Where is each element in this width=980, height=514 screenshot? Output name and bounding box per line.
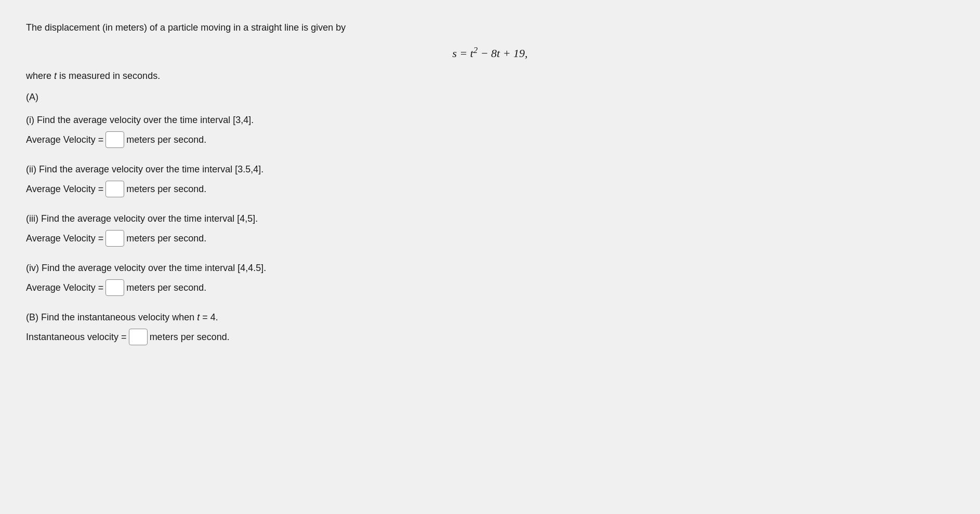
answer-iv-line: Average Velocity = meters per second. — [26, 279, 954, 296]
question-i: (i) Find the average velocity over the t… — [26, 113, 954, 148]
formula-container: s = t2 − 8t + 19, — [26, 45, 954, 60]
answer-i-prefix: Average Velocity = — [26, 133, 103, 147]
variable-t: t — [54, 71, 57, 81]
answer-iii-prefix: Average Velocity = — [26, 232, 103, 246]
section-a-label: (A) — [26, 92, 954, 103]
answer-iii-suffix: meters per second. — [126, 232, 206, 246]
question-b: (B) Find the instantaneous velocity when… — [26, 310, 954, 345]
question-iv-text: (iv) Find the average velocity over the … — [26, 261, 954, 275]
answer-i-suffix: meters per second. — [126, 133, 206, 147]
formula: s = t2 − 8t + 19, — [452, 47, 527, 60]
answer-i-line: Average Velocity = meters per second. — [26, 131, 954, 148]
answer-i-input[interactable] — [105, 131, 124, 148]
where-text: where t is measured in seconds. — [26, 71, 954, 82]
question-i-text: (i) Find the average velocity over the t… — [26, 113, 954, 127]
answer-iv-input[interactable] — [105, 279, 124, 296]
answer-b-suffix: meters per second. — [150, 330, 230, 344]
question-ii-text: (ii) Find the average velocity over the … — [26, 163, 954, 177]
answer-ii-line: Average Velocity = meters per second. — [26, 181, 954, 197]
intro-text: The displacement (in meters) of a partic… — [26, 21, 954, 35]
answer-ii-suffix: meters per second. — [126, 182, 206, 196]
question-iii-text: (iii) Find the average velocity over the… — [26, 212, 954, 226]
answer-iii-input[interactable] — [105, 230, 124, 247]
answer-iv-suffix: meters per second. — [126, 281, 206, 295]
question-iii: (iii) Find the average velocity over the… — [26, 212, 954, 247]
question-ii: (ii) Find the average velocity over the … — [26, 163, 954, 197]
answer-ii-prefix: Average Velocity = — [26, 182, 103, 196]
answer-iv-prefix: Average Velocity = — [26, 281, 103, 295]
question-b-text: (B) Find the instantaneous velocity when… — [26, 310, 954, 324]
answer-b-input[interactable] — [129, 329, 148, 345]
question-iv: (iv) Find the average velocity over the … — [26, 261, 954, 296]
answer-ii-input[interactable] — [105, 181, 124, 197]
answer-iii-line: Average Velocity = meters per second. — [26, 230, 954, 247]
answer-b-line: Instantaneous velocity = meters per seco… — [26, 329, 954, 345]
answer-b-prefix: Instantaneous velocity = — [26, 330, 127, 344]
page-container: The displacement (in meters) of a partic… — [0, 0, 980, 381]
